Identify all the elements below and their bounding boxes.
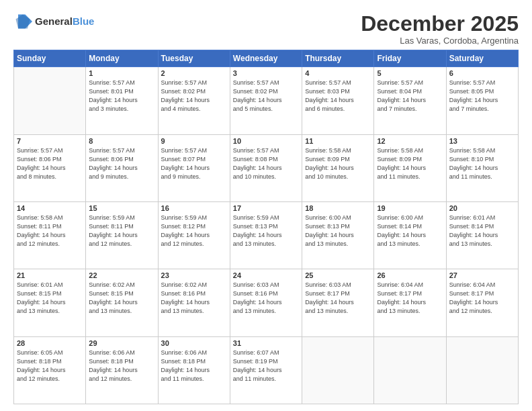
table-row: 27Sunrise: 6:04 AMSunset: 8:17 PMDayligh… [446, 269, 518, 336]
table-row: 23Sunrise: 6:02 AMSunset: 8:16 PMDayligh… [158, 269, 230, 336]
calendar-location: Las Varas, Cordoba, Argentina [361, 36, 519, 46]
day-info: Sunrise: 5:58 AMSunset: 8:10 PMDaylight:… [449, 146, 515, 181]
day-info: Sunrise: 5:57 AMSunset: 8:06 PMDaylight:… [89, 146, 154, 181]
table-row [374, 336, 446, 404]
table-row: 15Sunrise: 5:59 AMSunset: 8:11 PMDayligh… [86, 201, 158, 269]
table-row [302, 336, 374, 404]
table-row: 20Sunrise: 6:01 AMSunset: 8:14 PMDayligh… [446, 201, 518, 269]
day-number: 3 [233, 69, 299, 77]
col-sunday: Sunday [14, 50, 86, 67]
day-info: Sunrise: 5:58 AMSunset: 8:09 PMDaylight:… [305, 146, 371, 181]
calendar-week-row: 14Sunrise: 5:58 AMSunset: 8:11 PMDayligh… [14, 201, 519, 269]
table-row: 30Sunrise: 6:06 AMSunset: 8:18 PMDayligh… [158, 336, 230, 404]
table-row [14, 67, 86, 134]
day-number: 5 [377, 69, 443, 77]
logo: GeneralBlue [13, 12, 94, 31]
table-row: 19Sunrise: 6:00 AMSunset: 8:14 PMDayligh… [374, 201, 446, 269]
day-number: 14 [17, 204, 83, 212]
col-monday: Monday [86, 50, 158, 67]
table-row: 10Sunrise: 5:57 AMSunset: 8:08 PMDayligh… [230, 134, 302, 201]
day-info: Sunrise: 6:03 AMSunset: 8:16 PMDaylight:… [233, 281, 299, 316]
svg-marker-1 [16, 15, 30, 29]
calendar-title: December 2025 [361, 12, 519, 36]
day-info: Sunrise: 6:01 AMSunset: 8:15 PMDaylight:… [17, 281, 83, 316]
day-info: Sunrise: 6:05 AMSunset: 8:18 PMDaylight:… [17, 349, 83, 383]
day-number: 26 [377, 271, 443, 279]
calendar-header-row: Sunday Monday Tuesday Wednesday Thursday… [14, 50, 519, 67]
day-number: 20 [449, 204, 515, 212]
table-row: 13Sunrise: 5:58 AMSunset: 8:10 PMDayligh… [446, 134, 518, 201]
table-row: 5Sunrise: 5:57 AMSunset: 8:04 PMDaylight… [374, 67, 446, 134]
day-number: 11 [305, 137, 371, 145]
day-info: Sunrise: 5:57 AMSunset: 8:06 PMDaylight:… [17, 146, 83, 181]
day-info: Sunrise: 5:57 AMSunset: 8:02 PMDaylight:… [233, 79, 299, 113]
day-number: 23 [161, 271, 227, 279]
table-row [446, 336, 518, 404]
day-info: Sunrise: 5:58 AMSunset: 8:09 PMDaylight:… [377, 146, 443, 181]
day-number: 22 [89, 271, 154, 279]
day-info: Sunrise: 6:07 AMSunset: 8:19 PMDaylight:… [233, 349, 299, 383]
calendar-week-row: 28Sunrise: 6:05 AMSunset: 8:18 PMDayligh… [14, 336, 519, 404]
day-number: 9 [161, 137, 227, 145]
day-info: Sunrise: 6:04 AMSunset: 8:17 PMDaylight:… [377, 281, 443, 316]
table-row: 14Sunrise: 5:58 AMSunset: 8:11 PMDayligh… [14, 201, 86, 269]
calendar-week-row: 21Sunrise: 6:01 AMSunset: 8:15 PMDayligh… [14, 269, 519, 336]
table-row: 16Sunrise: 5:59 AMSunset: 8:12 PMDayligh… [158, 201, 230, 269]
table-row: 28Sunrise: 6:05 AMSunset: 8:18 PMDayligh… [14, 336, 86, 404]
day-number: 17 [233, 204, 299, 212]
table-row: 6Sunrise: 5:57 AMSunset: 8:05 PMDaylight… [446, 67, 518, 134]
col-thursday: Thursday [302, 50, 374, 67]
table-row: 21Sunrise: 6:01 AMSunset: 8:15 PMDayligh… [14, 269, 86, 336]
table-row: 11Sunrise: 5:58 AMSunset: 8:09 PMDayligh… [302, 134, 374, 201]
day-number: 13 [449, 137, 515, 145]
day-number: 21 [17, 271, 83, 279]
table-row: 26Sunrise: 6:04 AMSunset: 8:17 PMDayligh… [374, 269, 446, 336]
day-number: 18 [305, 204, 371, 212]
day-info: Sunrise: 6:02 AMSunset: 8:15 PMDaylight:… [89, 281, 154, 316]
col-friday: Friday [374, 50, 446, 67]
table-row: 7Sunrise: 5:57 AMSunset: 8:06 PMDaylight… [14, 134, 86, 201]
table-row: 25Sunrise: 6:03 AMSunset: 8:17 PMDayligh… [302, 269, 374, 336]
day-number: 28 [17, 339, 83, 347]
day-info: Sunrise: 5:57 AMSunset: 8:04 PMDaylight:… [377, 79, 443, 113]
day-number: 29 [89, 339, 154, 347]
day-number: 6 [449, 69, 515, 77]
table-row: 29Sunrise: 6:06 AMSunset: 8:18 PMDayligh… [86, 336, 158, 404]
day-number: 25 [305, 271, 371, 279]
page: GeneralBlue December 2025 Las Varas, Cor… [0, 0, 532, 411]
logo-blue: Blue [73, 16, 95, 28]
col-wednesday: Wednesday [230, 50, 302, 67]
table-row: 22Sunrise: 6:02 AMSunset: 8:15 PMDayligh… [86, 269, 158, 336]
day-info: Sunrise: 5:57 AMSunset: 8:01 PMDaylight:… [89, 79, 154, 113]
logo-text: GeneralBlue [35, 16, 94, 28]
day-number: 8 [89, 137, 154, 145]
day-number: 16 [161, 204, 227, 212]
day-number: 30 [161, 339, 227, 347]
day-info: Sunrise: 6:04 AMSunset: 8:17 PMDaylight:… [449, 281, 515, 316]
day-number: 31 [233, 339, 299, 347]
day-info: Sunrise: 6:00 AMSunset: 8:14 PMDaylight:… [377, 214, 443, 248]
day-number: 19 [377, 204, 443, 212]
calendar-week-row: 7Sunrise: 5:57 AMSunset: 8:06 PMDaylight… [14, 134, 519, 201]
header: GeneralBlue December 2025 Las Varas, Cor… [13, 12, 519, 46]
day-info: Sunrise: 5:59 AMSunset: 8:11 PMDaylight:… [89, 214, 154, 248]
day-number: 10 [233, 137, 299, 145]
day-number: 4 [305, 69, 371, 77]
day-number: 24 [233, 271, 299, 279]
table-row: 12Sunrise: 5:58 AMSunset: 8:09 PMDayligh… [374, 134, 446, 201]
logo-icon [13, 12, 32, 31]
day-info: Sunrise: 6:06 AMSunset: 8:18 PMDaylight:… [161, 349, 227, 383]
day-info: Sunrise: 5:57 AMSunset: 8:08 PMDaylight:… [233, 146, 299, 181]
day-info: Sunrise: 6:02 AMSunset: 8:16 PMDaylight:… [161, 281, 227, 316]
day-info: Sunrise: 5:57 AMSunset: 8:02 PMDaylight:… [161, 79, 227, 113]
day-number: 1 [89, 69, 154, 77]
table-row: 1Sunrise: 5:57 AMSunset: 8:01 PMDaylight… [86, 67, 158, 134]
calendar-table: Sunday Monday Tuesday Wednesday Thursday… [13, 50, 519, 404]
table-row: 18Sunrise: 6:00 AMSunset: 8:13 PMDayligh… [302, 201, 374, 269]
day-number: 12 [377, 137, 443, 145]
table-row: 4Sunrise: 5:57 AMSunset: 8:03 PMDaylight… [302, 67, 374, 134]
table-row: 8Sunrise: 5:57 AMSunset: 8:06 PMDaylight… [86, 134, 158, 201]
table-row: 3Sunrise: 5:57 AMSunset: 8:02 PMDaylight… [230, 67, 302, 134]
day-info: Sunrise: 5:59 AMSunset: 8:13 PMDaylight:… [233, 214, 299, 248]
col-tuesday: Tuesday [158, 50, 230, 67]
